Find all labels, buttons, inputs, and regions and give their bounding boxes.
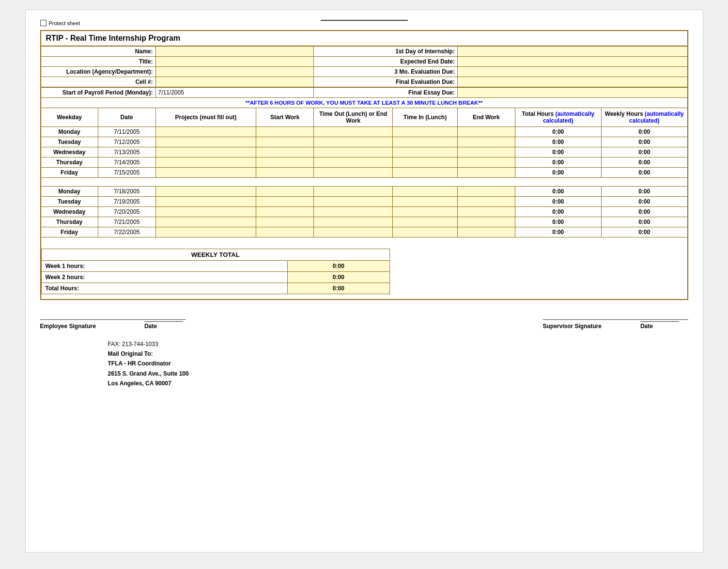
w1d1-projects[interactable] [155, 127, 256, 137]
supervisor-sig-line: Supervisor Signature Date [543, 319, 688, 330]
w1d5-total: 0:00 [515, 168, 601, 178]
w2d5-timeout[interactable] [314, 227, 393, 237]
w2d2-timein[interactable] [393, 197, 458, 207]
final-eval-input[interactable] [457, 77, 687, 88]
w1d1-timein[interactable] [393, 127, 458, 137]
col-start-work: Start Work [256, 108, 314, 127]
wt-header-row: WEEKLY TOTAL [41, 249, 389, 260]
w1d4-timein[interactable] [393, 158, 458, 168]
employee-date-group: Date [144, 321, 183, 330]
weekly-total-row: WEEKLY TOTAL Week 1 hours: 0:00 Week 2 h… [41, 246, 688, 300]
w2d3-date: 7/20/2005 [98, 207, 155, 217]
w2d3-end[interactable] [457, 207, 515, 217]
w2d2-weekly: 0:00 [601, 197, 687, 207]
w1d2-start[interactable] [256, 137, 314, 147]
w2d5-projects[interactable] [155, 227, 256, 237]
first-day-input[interactable] [457, 46, 687, 57]
w1d4-weekly: 0:00 [601, 158, 687, 168]
col-total-hours-text: Total Hours [522, 111, 555, 117]
w1d2-weekday: Tuesday [41, 137, 98, 147]
title-label: Title: [41, 57, 156, 67]
col-weekly-hours-text: Weekly Hours [605, 111, 645, 117]
wt-week2-value: 0:00 [287, 271, 389, 283]
w1d5-start[interactable] [256, 168, 314, 178]
supervisor-sig-labels: Supervisor Signature Date [543, 321, 688, 330]
w2d5-end[interactable] [457, 227, 515, 237]
w2d4-start[interactable] [256, 217, 314, 227]
w2d1-timeout[interactable] [314, 187, 393, 197]
w2d3-timeout[interactable] [314, 207, 393, 217]
expected-end-input[interactable] [457, 57, 687, 67]
w2d1-end[interactable] [457, 187, 515, 197]
column-headers: Weekday Date Projects (must fill out) St… [41, 108, 688, 127]
protect-checkbox[interactable] [40, 20, 46, 26]
col-date: Date [98, 108, 155, 127]
w2d5-timein[interactable] [393, 227, 458, 237]
w1d4-projects[interactable] [155, 158, 256, 168]
footer-address: 2615 S. Grand Ave., Suite 100 [108, 369, 688, 379]
w1d2-total: 0:00 [515, 137, 601, 147]
w2d2-projects[interactable] [155, 197, 256, 207]
wt-week2-row: Week 2 hours: 0:00 [41, 271, 389, 283]
w2d3-timein[interactable] [393, 207, 458, 217]
w1d1-total: 0:00 [515, 127, 601, 137]
week2-row-5: Friday 7/22/2005 0:00 0:00 [41, 227, 688, 237]
final-essay-input[interactable] [457, 87, 687, 98]
wt-total-row: Total Hours: 0:00 [41, 283, 389, 294]
name-input[interactable] [155, 46, 314, 57]
w2d2-timeout[interactable] [314, 197, 393, 207]
w2d5-total: 0:00 [515, 227, 601, 237]
w1d3-end[interactable] [457, 147, 515, 158]
week2-row-1: Monday 7/18/2005 0:00 0:00 [41, 187, 688, 197]
w1d1-timeout[interactable] [314, 127, 393, 137]
w2d4-weekday: Thursday [41, 217, 98, 227]
w1d4-weekday: Thursday [41, 158, 98, 168]
location-input[interactable] [155, 67, 314, 77]
w1d5-timeout[interactable] [314, 168, 393, 178]
w2d3-start[interactable] [256, 207, 314, 217]
col-weekday: Weekday [41, 108, 98, 127]
w1d3-start[interactable] [256, 147, 314, 158]
first-day-label: 1st Day of Internship: [314, 46, 458, 57]
w2d4-timein[interactable] [393, 217, 458, 227]
w1d5-timein[interactable] [393, 168, 458, 178]
w1d3-timein[interactable] [393, 147, 458, 158]
eval-3mo-label: 3 Mo. Evaluation Due: [314, 67, 458, 77]
w1d5-end[interactable] [457, 168, 515, 178]
week1-row-4: Thursday 7/14/2005 0:00 0:00 [41, 158, 688, 168]
w1d2-timein[interactable] [393, 137, 458, 147]
w2d1-date: 7/18/2005 [98, 187, 155, 197]
w1d1-start[interactable] [256, 127, 314, 137]
w2d2-end[interactable] [457, 197, 515, 207]
w1d4-timeout[interactable] [314, 158, 393, 168]
w2d1-timein[interactable] [393, 187, 458, 197]
w2d1-weekly: 0:00 [601, 187, 687, 197]
w2d2-start[interactable] [256, 197, 314, 207]
supervisor-date-line [640, 321, 679, 322]
title-decoration [321, 20, 408, 21]
col-time-out: Time Out (Lunch) or End Work [314, 108, 393, 127]
warning-text: **AFTER 6 HOURS OF WORK, YOU MUST TAKE A… [41, 98, 688, 108]
warning-row: **AFTER 6 HOURS OF WORK, YOU MUST TAKE A… [41, 98, 688, 108]
w1d1-end[interactable] [457, 127, 515, 137]
w2d3-projects[interactable] [155, 207, 256, 217]
w2d1-start[interactable] [256, 187, 314, 197]
w1d4-start[interactable] [256, 158, 314, 168]
w1d2-projects[interactable] [155, 137, 256, 147]
w2d4-timeout[interactable] [314, 217, 393, 227]
w1d4-end[interactable] [457, 158, 515, 168]
eval-3mo-input[interactable] [457, 67, 687, 77]
cell-input[interactable] [155, 77, 314, 88]
w1d2-timeout[interactable] [314, 137, 393, 147]
title-input[interactable] [155, 57, 314, 67]
wt-week1-row: Week 1 hours: 0:00 [41, 260, 389, 271]
w1d3-projects[interactable] [155, 147, 256, 158]
w2d5-start[interactable] [256, 227, 314, 237]
w1d2-end[interactable] [457, 137, 515, 147]
w2d4-projects[interactable] [155, 217, 256, 227]
w2d1-projects[interactable] [155, 187, 256, 197]
w1d3-weekly: 0:00 [601, 147, 687, 158]
w1d5-projects[interactable] [155, 168, 256, 178]
w2d4-end[interactable] [457, 217, 515, 227]
w1d3-timeout[interactable] [314, 147, 393, 158]
